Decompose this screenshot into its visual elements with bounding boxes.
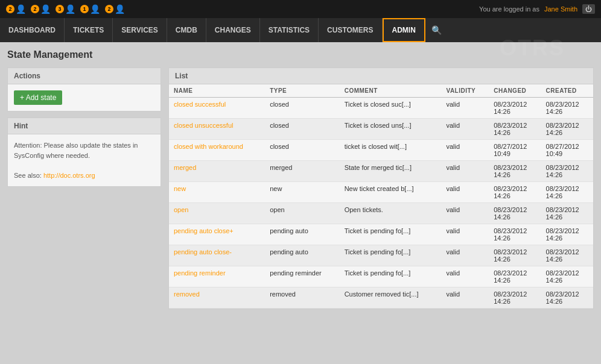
cell-comment: New ticket created b[...] — [340, 182, 442, 203]
table-row: closed successfulclosedTicket is closed … — [169, 98, 593, 119]
cell-name: pending auto close- — [169, 245, 265, 266]
list-title: List — [169, 68, 593, 84]
username: Jane Smith — [544, 5, 577, 13]
cell-name: open — [169, 203, 265, 224]
table-row: pending reminderpending reminderTicket i… — [169, 266, 593, 287]
state-name-link[interactable]: closed with workaround — [174, 143, 243, 150]
agent-icon-4[interactable]: 1 👤 — [80, 4, 100, 14]
table-row: pending auto close+pending autoTicket is… — [169, 224, 593, 245]
cell-changed: 08/23/201214:26 — [489, 266, 541, 287]
nav-dashboard[interactable]: DASHBOARD — [0, 18, 65, 42]
add-state-button[interactable]: + Add state — [14, 90, 62, 105]
cell-created: 08/23/201214:26 — [541, 245, 593, 266]
state-name-link[interactable]: open — [174, 206, 188, 213]
cell-name: merged — [169, 161, 265, 182]
table-row: pending auto close-pending autoTicket is… — [169, 245, 593, 266]
agent-badge-1: 2 — [6, 5, 14, 13]
cell-comment: Customer removed tic[...] — [340, 287, 442, 309]
cell-created: 08/27/201210:49 — [541, 140, 593, 161]
cell-changed: 08/23/201214:26 — [489, 203, 541, 224]
col-type: TYPE — [265, 84, 340, 98]
top-bar: 2 👤 2 👤 3 👤 1 👤 2 👤 You are logged in as… — [0, 0, 601, 18]
table-row: mergedmergedState for merged tic[...]val… — [169, 161, 593, 182]
agent-icon-3[interactable]: 3 👤 — [56, 4, 75, 14]
cell-validity: valid — [441, 245, 489, 266]
cell-name: pending auto close+ — [169, 224, 265, 245]
hint-link[interactable]: http://doc.otrs.org — [43, 172, 95, 179]
agent-icon-5[interactable]: 2 👤 — [105, 4, 125, 14]
cell-created: 08/23/201214:26 — [541, 98, 593, 119]
cell-changed: 08/23/201214:26 — [489, 98, 541, 119]
table-row: removedremovedCustomer removed tic[...]v… — [169, 287, 593, 309]
cell-type: closed — [265, 119, 340, 140]
cell-name: pending reminder — [169, 266, 265, 287]
state-name-link[interactable]: pending reminder — [174, 269, 226, 277]
page-title: State Management — [7, 49, 594, 60]
cell-created: 08/23/201214:26 — [541, 161, 593, 182]
cell-name: closed successful — [169, 98, 265, 119]
cell-type: pending auto — [265, 245, 340, 266]
nav-customers[interactable]: CUSTOMERS — [319, 18, 382, 42]
state-name-link[interactable]: pending auto close+ — [174, 227, 234, 234]
person-icon-3: 👤 — [65, 4, 75, 14]
sidebar: Actions + Add state Hint Attention: Plea… — [7, 67, 161, 309]
actions-title: Actions — [8, 68, 161, 84]
cell-type: closed — [265, 140, 340, 161]
table-row: closed with workaroundclosedticket is cl… — [169, 140, 593, 161]
nav-services[interactable]: SERVICES — [113, 18, 167, 42]
nav-admin[interactable]: ADMIN — [383, 18, 425, 42]
person-icon-2: 👤 — [40, 4, 51, 14]
content-area: Actions + Add state Hint Attention: Plea… — [7, 67, 594, 309]
hint-section: Hint Attention: Please also update the s… — [7, 118, 161, 187]
cell-changed: 08/23/201214:26 — [489, 119, 541, 140]
agent-badge-4: 1 — [80, 5, 89, 13]
state-name-link[interactable]: closed unsuccessful — [174, 122, 233, 129]
cell-comment: Ticket is closed uns[...] — [340, 119, 442, 140]
nav-cmdb[interactable]: CMDB — [167, 18, 206, 42]
cell-comment: ticket is closed wit[...] — [340, 140, 442, 161]
hint-attention-text: Attention: Please also update the states… — [14, 142, 138, 159]
agent-badge-3: 3 — [56, 5, 64, 13]
cell-validity: valid — [441, 287, 489, 309]
nav-changes[interactable]: CHANGES — [206, 18, 260, 42]
hint-body: Attention: Please also update the states… — [8, 134, 161, 186]
cell-validity: valid — [441, 266, 489, 287]
cell-changed: 08/23/201214:26 — [489, 245, 541, 266]
agent-icon-2[interactable]: 2 👤 — [31, 4, 51, 14]
cell-created: 08/23/201214:26 — [541, 287, 593, 309]
cell-type: closed — [265, 98, 340, 119]
hint-title: Hint — [8, 118, 161, 134]
state-name-link[interactable]: removed — [174, 290, 200, 298]
main-nav: DASHBOARD TICKETS SERVICES CMDB CHANGES … — [0, 18, 601, 42]
cell-created: 08/23/201214:26 — [541, 224, 593, 245]
cell-type: pending reminder — [265, 266, 340, 287]
state-name-link[interactable]: merged — [174, 164, 196, 171]
hint-see-also: See also: — [14, 172, 42, 179]
cell-name: new — [169, 182, 265, 203]
state-name-link[interactable]: pending auto close- — [174, 248, 232, 256]
search-icon[interactable]: 🔍 — [425, 18, 448, 42]
cell-changed: 08/23/201214:26 — [489, 224, 541, 245]
col-comment: COMMENT — [340, 84, 442, 98]
cell-type: open — [265, 203, 340, 224]
cell-created: 08/23/201214:26 — [541, 266, 593, 287]
cell-comment: Open tickets. — [340, 203, 442, 224]
person-icon-1: 👤 — [16, 4, 26, 14]
nav-tickets[interactable]: TICKETS — [65, 18, 113, 42]
cell-name: closed with workaround — [169, 140, 265, 161]
state-name-link[interactable]: closed successful — [174, 101, 226, 108]
agent-icon-1[interactable]: 2 👤 — [6, 4, 26, 14]
table-row: newnewNew ticket created b[...]valid08/2… — [169, 182, 593, 203]
main-content: State Management Actions + Add state Hin… — [0, 42, 601, 364]
state-name-link[interactable]: new — [174, 185, 186, 192]
cell-validity: valid — [441, 119, 489, 140]
logged-in-text: You are logged in as — [479, 5, 539, 13]
table-body: closed successfulclosedTicket is closed … — [169, 98, 593, 309]
nav-statistics[interactable]: STATISTICS — [260, 18, 319, 42]
cell-changed: 08/23/201214:26 — [489, 182, 541, 203]
cell-name: closed unsuccessful — [169, 119, 265, 140]
col-name: NAME — [169, 84, 265, 98]
list-panel: List NAME TYPE COMMENT VALIDITY CHANGED … — [168, 67, 594, 309]
logout-button[interactable]: ⏻ — [582, 4, 595, 14]
cell-comment: Ticket is pending fo[...] — [340, 245, 442, 266]
